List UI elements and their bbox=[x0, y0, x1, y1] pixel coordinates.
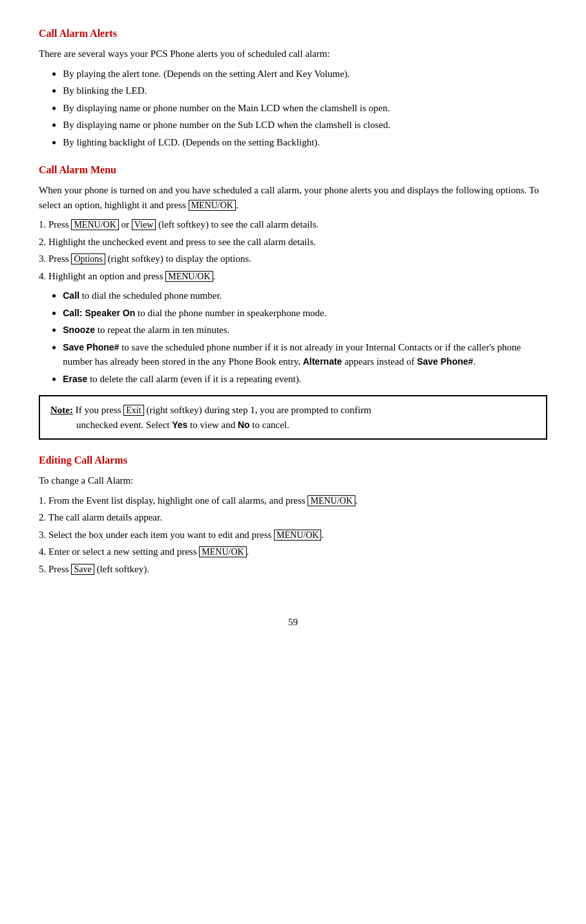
view-kbd: View bbox=[132, 219, 156, 230]
call-alarm-alerts-intro: There are several ways your PCS Phone al… bbox=[39, 47, 547, 61]
exit-kbd: Exit bbox=[123, 405, 143, 416]
note-text: If you press bbox=[76, 405, 124, 415]
edit-step-4: 4. Enter or select a new setting and pre… bbox=[39, 544, 547, 559]
list-item: Call: Speaker On to dial the phone numbe… bbox=[52, 306, 547, 321]
call-alarm-alerts-list: By playing the alert tone. (Depends on t… bbox=[52, 67, 547, 150]
list-item: By lighting backlight of LCD. (Depends o… bbox=[52, 135, 547, 150]
call-alarm-alerts-title: Call Alarm Alerts bbox=[39, 26, 547, 41]
call-alarm-alerts-section: Call Alarm Alerts There are several ways… bbox=[39, 26, 547, 149]
list-item: By playing the alert tone. (Depends on t… bbox=[52, 67, 547, 81]
menu-ok-kbd-1: MENU/OK bbox=[71, 219, 118, 230]
menu-ok-kbd-4: MENU/OK bbox=[165, 271, 213, 282]
menu-ok-edit-3: MENU/OK bbox=[274, 530, 321, 541]
note-box: Note: If you press Exit (right softkey) … bbox=[39, 395, 547, 440]
edit-step-2: 2. The call alarm details appear. bbox=[39, 510, 547, 525]
list-item: By displaying name or phone number on th… bbox=[52, 118, 547, 133]
editing-intro: To change a Call Alarm: bbox=[39, 473, 547, 488]
save-kbd: Save bbox=[71, 564, 94, 575]
edit-step-3: 3. Select the box under each item you wa… bbox=[39, 528, 547, 543]
page-number: 59 bbox=[39, 615, 547, 630]
list-item: By displaying name or phone number on th… bbox=[52, 101, 547, 116]
menu-ok-edit-4: MENU/OK bbox=[199, 546, 246, 557]
menu-step-4: 4. Highlight an option and press MENU/OK… bbox=[39, 269, 547, 284]
menu-step-2: 2. Highlight the unchecked event and pre… bbox=[39, 235, 547, 250]
menu-options-list: Call to dial the scheduled phone number.… bbox=[52, 288, 547, 386]
edit-step-1: 1. From the Event list display, highligh… bbox=[39, 493, 547, 508]
list-item: Snooze to repeat the alarm in ten minute… bbox=[52, 323, 547, 338]
editing-call-alarms-section: Editing Call Alarms To change a Call Ala… bbox=[39, 453, 547, 576]
note-indent: unchecked event. Select Yes to view and … bbox=[76, 418, 536, 433]
call-alarm-menu-section: Call Alarm Menu When your phone is turne… bbox=[39, 162, 547, 440]
menu-ok-kbd-intro: MENU/OK bbox=[189, 200, 236, 211]
list-item: Save Phone# to save the scheduled phone … bbox=[52, 340, 547, 369]
call-alarm-menu-intro: When your phone is turned on and you hav… bbox=[39, 183, 547, 212]
list-item: Call to dial the scheduled phone number. bbox=[52, 288, 547, 303]
edit-step-5: 5. Press Save (left softkey). bbox=[39, 562, 547, 577]
note-label: Note: bbox=[50, 405, 73, 415]
list-item: By blinking the LED. bbox=[52, 83, 547, 98]
list-item: Erase to delete the call alarm (even if … bbox=[52, 372, 547, 387]
options-kbd: Options bbox=[71, 253, 105, 264]
editing-call-alarms-title: Editing Call Alarms bbox=[39, 453, 547, 468]
menu-step-3: 3. Press Options (right softkey) to disp… bbox=[39, 252, 547, 266]
menu-step-1: 1. Press MENU/OK or View (left softkey) … bbox=[39, 217, 547, 232]
call-alarm-menu-title: Call Alarm Menu bbox=[39, 162, 547, 178]
menu-ok-edit-1: MENU/OK bbox=[308, 495, 355, 506]
